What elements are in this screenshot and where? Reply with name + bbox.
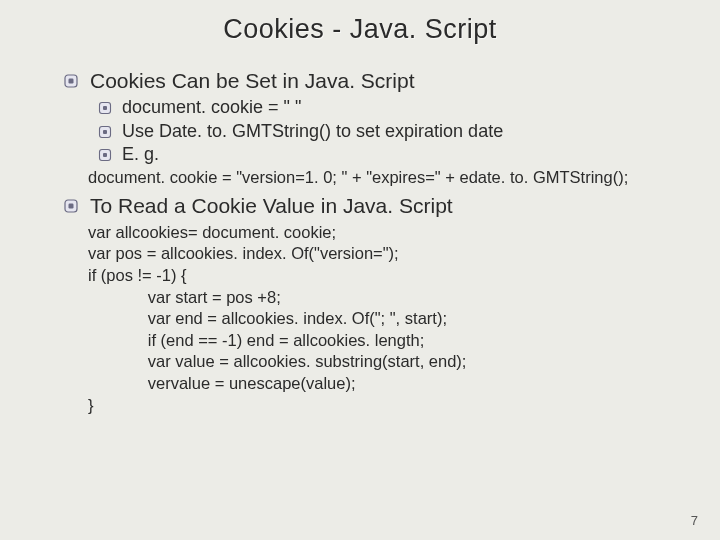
bullet-icon <box>98 148 112 162</box>
section-heading: Cookies Can be Set in Java. Script <box>90 69 415 92</box>
code-line: var value = allcookies. substring(start,… <box>134 351 690 372</box>
svg-rect-7 <box>103 153 107 157</box>
bullet-icon <box>64 74 78 88</box>
bullet-icon <box>64 199 78 213</box>
code-line: var end = allcookies. index. Of("; ", st… <box>134 308 690 329</box>
code-line: if (end == -1) end = allcookies. length; <box>134 330 690 351</box>
code-line: if (pos != -1) { <box>88 265 690 286</box>
page-number: 7 <box>691 513 698 528</box>
bullet-lvl2: document. cookie = " " <box>98 96 690 119</box>
slide-body: Cookies Can be Set in Java. Script docum… <box>64 66 690 416</box>
code-line: vervalue = unescape(value); <box>134 373 690 394</box>
slide: Cookies - Java. Script Cookies Can be Se… <box>0 0 720 540</box>
bullet-icon <box>98 101 112 115</box>
svg-rect-1 <box>69 79 74 84</box>
list-item-text: Use Date. to. GMTString() to set expirat… <box>122 121 503 141</box>
section-heading: To Read a Cookie Value in Java. Script <box>90 194 453 217</box>
bullet-icon <box>98 125 112 139</box>
list-item-text: document. cookie = " " <box>122 97 301 117</box>
bullet-lvl1: Cookies Can be Set in Java. Script <box>64 68 690 94</box>
list-item-text: E. g. <box>122 144 159 164</box>
slide-title: Cookies - Java. Script <box>0 14 720 45</box>
code-line: } <box>88 395 690 416</box>
code-line: document. cookie = "version=1. 0; " + "e… <box>88 167 690 188</box>
svg-rect-5 <box>103 130 107 134</box>
svg-rect-9 <box>69 204 74 209</box>
bullet-lvl2: Use Date. to. GMTString() to set expirat… <box>98 120 690 143</box>
code-line: var start = pos +8; <box>134 287 690 308</box>
code-line: var allcookies= document. cookie; <box>88 222 690 243</box>
bullet-lvl2: E. g. <box>98 143 690 166</box>
svg-rect-3 <box>103 106 107 110</box>
bullet-lvl1: To Read a Cookie Value in Java. Script <box>64 193 690 219</box>
code-line: var pos = allcookies. index. Of("version… <box>88 243 690 264</box>
